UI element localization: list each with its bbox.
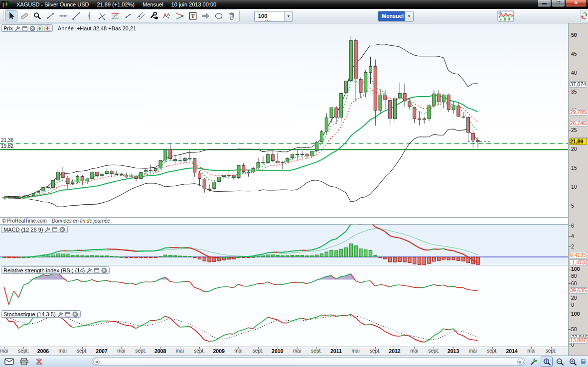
axis-tick-label: 50 bbox=[571, 32, 577, 38]
pointer-tool[interactable] bbox=[5, 10, 17, 21]
wrench-icon[interactable] bbox=[86, 267, 92, 273]
crossed-lines-tool[interactable] bbox=[96, 10, 108, 21]
x-axis-label: mai bbox=[0, 348, 8, 354]
stochastic-panel: Stochastique (14 3 5) bbox=[0, 309, 568, 347]
short-segment-tool-icon bbox=[124, 11, 133, 20]
chart-style-icon bbox=[498, 11, 514, 21]
zoom-fit-button[interactable] bbox=[541, 357, 553, 367]
axis-tick-mark bbox=[569, 168, 571, 168]
x-axis-label: sept. bbox=[370, 348, 381, 354]
units-value: 100 unités bbox=[255, 11, 284, 21]
arrow-up-icon[interactable] bbox=[37, 25, 43, 31]
chart-settings-button[interactable] bbox=[528, 357, 540, 367]
lasso-tool[interactable] bbox=[212, 10, 225, 21]
window-icon[interactable] bbox=[65, 311, 71, 317]
zoom-tool[interactable] bbox=[31, 10, 43, 21]
x-axis-label: 2011 bbox=[330, 348, 342, 354]
wrench-icon[interactable] bbox=[14, 25, 20, 31]
horizontal-line-tool[interactable] bbox=[57, 10, 69, 21]
window-icon[interactable] bbox=[94, 267, 100, 273]
axis-tick-label: 40 bbox=[571, 70, 577, 76]
timeframe-dropdown[interactable]: Mensuel ▼ bbox=[378, 11, 414, 21]
short-segment-tool[interactable] bbox=[122, 10, 134, 21]
rsi-chip-label: Relative strength index (RSI) (14) bbox=[3, 267, 85, 273]
arrow-tool-icon bbox=[201, 11, 210, 20]
measure-tool[interactable] bbox=[18, 10, 30, 21]
close-button[interactable]: ✕ bbox=[566, 0, 587, 7]
wrench-icon[interactable] bbox=[44, 227, 50, 233]
axis-tick-label: 20 bbox=[571, 295, 577, 301]
axis-tick-mark bbox=[569, 226, 571, 226]
fibonacci-tool-icon bbox=[111, 11, 120, 20]
zoom-out-button[interactable] bbox=[554, 357, 566, 367]
price-chart-canvas[interactable] bbox=[0, 23, 568, 218]
close-icon[interactable] bbox=[59, 227, 65, 233]
window-icon[interactable] bbox=[52, 227, 58, 233]
x-axis-label: mai bbox=[59, 348, 67, 354]
units-dropdown[interactable]: 100 unités ▼ bbox=[254, 11, 293, 21]
restore-button[interactable]: ❐ bbox=[552, 0, 565, 7]
edge-partial-button[interactable] bbox=[581, 357, 586, 367]
drawing-tools-tool[interactable] bbox=[147, 10, 160, 21]
axis-tick-mark bbox=[569, 345, 571, 345]
macd-chip-label: MACD (12 26 9) bbox=[3, 227, 43, 233]
zigzag-pattern-tool[interactable] bbox=[160, 10, 173, 21]
application-window: XAGUSD - Silver Ounce USD 21,89 (+1,02%)… bbox=[0, 0, 588, 367]
close-icon[interactable] bbox=[72, 311, 78, 317]
chevron-down-icon[interactable]: ▼ bbox=[405, 11, 413, 21]
vertical-line-tool-icon bbox=[85, 11, 94, 20]
stochastic-chart-canvas[interactable] bbox=[0, 309, 568, 347]
hline-label-1982: 19,82 bbox=[1, 143, 13, 149]
wrench-icon[interactable] bbox=[57, 311, 63, 317]
trendline-tool[interactable] bbox=[70, 10, 82, 21]
axis-tick-label: 10 bbox=[571, 184, 577, 190]
axis-tick-label: 100 bbox=[571, 266, 580, 272]
rsi-chip-icons bbox=[86, 267, 107, 273]
axis-tick-mark bbox=[569, 314, 571, 314]
x-axis-label: mai bbox=[293, 348, 301, 354]
window-titlebar[interactable]: XAGUSD - Silver Ounce USD 21,89 (+1,02%)… bbox=[0, 0, 588, 9]
zoom-in-button[interactable] bbox=[567, 357, 579, 367]
close-icon[interactable] bbox=[29, 25, 35, 31]
axis-tick-label: 5 bbox=[571, 203, 574, 209]
user-offline-button[interactable] bbox=[32, 357, 45, 367]
segment-tool-icon bbox=[46, 11, 55, 20]
axis-value-box: 29,705 bbox=[569, 109, 587, 116]
x-axis-label: 2010 bbox=[272, 348, 283, 354]
chevron-down-icon[interactable]: ▼ bbox=[284, 11, 293, 21]
window-icon[interactable] bbox=[22, 25, 28, 31]
segment-tool[interactable] bbox=[44, 10, 56, 21]
x-axis-label: 2012 bbox=[389, 348, 400, 354]
parallel-lines-tool[interactable] bbox=[135, 10, 147, 21]
arrow-down-icon[interactable] bbox=[44, 25, 50, 31]
plots-column: Prix Année :+Haut 32,48 +Bas 20,21 21,36… bbox=[0, 23, 568, 356]
email-button[interactable] bbox=[2, 357, 15, 367]
stochastic-chip: Stochastique (14 3 5) bbox=[1, 310, 81, 318]
text-tool[interactable]: T bbox=[186, 10, 199, 21]
trash-tool[interactable] bbox=[225, 10, 238, 21]
axis-value-box: 37,074 bbox=[569, 81, 587, 88]
price-panel: Prix Année :+Haut 32,48 +Bas 20,21 21,36… bbox=[0, 23, 568, 218]
print-button[interactable] bbox=[17, 357, 30, 367]
toolbar: T 100 unités ▼ Mensuel ▼ bbox=[0, 9, 588, 23]
vertical-line-tool[interactable] bbox=[83, 10, 95, 21]
status-left-buttons bbox=[2, 357, 45, 367]
scroll-left-button[interactable]: ◄ bbox=[93, 359, 100, 365]
status-right-buttons bbox=[528, 357, 579, 367]
arrow-tool[interactable] bbox=[199, 10, 212, 21]
fibonacci-tool[interactable] bbox=[109, 10, 121, 21]
pattern-tool[interactable] bbox=[173, 10, 186, 21]
horizontal-scrollbar[interactable]: ◄ ► bbox=[92, 358, 525, 366]
axis-value-box: -1,4732 bbox=[569, 259, 587, 266]
macd-chip-icons bbox=[44, 227, 65, 233]
close-icon[interactable] bbox=[101, 267, 107, 273]
macd-chart-canvas[interactable] bbox=[0, 225, 568, 265]
refresh-edge-button[interactable] bbox=[580, 10, 588, 22]
zigzag-pattern-tool-icon bbox=[162, 11, 171, 20]
x-axis-label: 2007 bbox=[96, 348, 107, 354]
scroll-right-button[interactable]: ► bbox=[517, 359, 524, 365]
x-axis-label: 2013 bbox=[447, 348, 459, 354]
axis-tick-label: 100 bbox=[571, 311, 580, 317]
chart-style-button[interactable] bbox=[497, 10, 514, 22]
minimize-button[interactable]: ▬ bbox=[538, 0, 551, 7]
